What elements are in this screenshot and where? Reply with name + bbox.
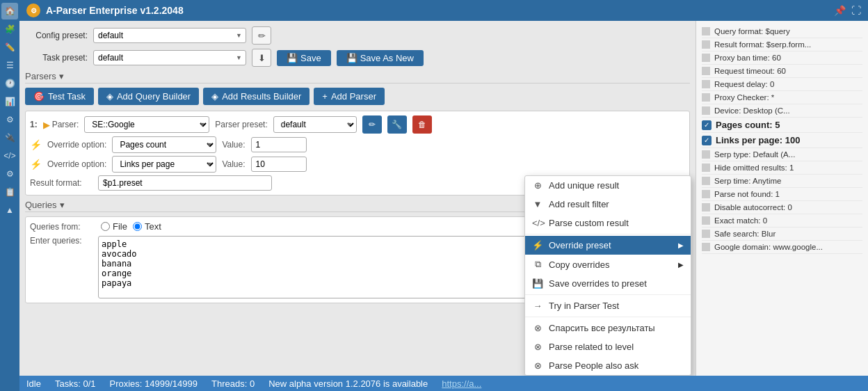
queries-arrow-icon: ▾	[60, 200, 65, 210]
sidebar-gear-icon[interactable]: ⚙	[1, 111, 18, 128]
queries-file-radio[interactable]	[101, 222, 110, 231]
menu-parse-related-level[interactable]: ⊗ Parse related to level	[525, 337, 691, 356]
sidebar-list-icon[interactable]: 📋	[1, 184, 18, 200]
save-new-icon: 💾	[346, 53, 357, 63]
right-item-check-8[interactable]: ✓	[702, 120, 712, 130]
parser-wrench-button[interactable]: 🔧	[387, 115, 407, 134]
right-item-google-domain: Google domain: www.google...	[702, 241, 862, 254]
save-button[interactable]: 💾 Save	[277, 50, 331, 66]
task-download-button[interactable]: ⬇	[252, 49, 271, 67]
status-update-link[interactable]: https://a...	[442, 378, 481, 389]
queries-from-label: Queries from:	[30, 222, 93, 232]
parser-select-wrapper: SE::Google	[84, 116, 209, 133]
config-edit-button[interactable]: ✏	[252, 26, 271, 45]
right-item-square-15	[702, 216, 710, 225]
config-preset-select[interactable]: default	[93, 28, 246, 43]
parser-number: 1:	[30, 120, 38, 129]
override-row-2: ⚡ Override option: Links per page Value:	[30, 156, 685, 173]
right-item-exact-match: Exact match: 0	[702, 214, 862, 228]
right-item-result-format: Result format: $serp.form...	[702, 38, 862, 51]
test-task-button[interactable]: 🎯 Test Task	[25, 88, 94, 105]
menu-try-parser-test[interactable]: → Try in Parser Test	[525, 296, 691, 315]
override-lightning-icon-2: ⚡	[30, 159, 42, 170]
override-select-2[interactable]: Links per page	[112, 156, 216, 173]
parser-triangle-icon: ▶	[43, 120, 50, 130]
maximize-icon[interactable]: ⛶	[851, 5, 861, 16]
task-preset-row: Task preset: default ⬇ 💾 Save 💾 Save As …	[25, 49, 690, 67]
menu-add-result-filter[interactable]: ▼ Add result filter	[525, 195, 691, 214]
queries-file-option[interactable]: File	[101, 221, 127, 232]
right-item-device: Device: Desktop (C...	[702, 104, 862, 118]
menu-add-unique-result[interactable]: ⊕ Add unique result	[525, 176, 691, 195]
queries-text-radio[interactable]	[133, 222, 142, 231]
menu-parse-custom-result[interactable]: </> Parse custom result	[525, 214, 691, 232]
sidebar-edit-icon[interactable]: ✏️	[1, 39, 18, 56]
pin-icon[interactable]: 📌	[834, 5, 846, 16]
right-item-square-11	[702, 163, 710, 172]
sidebar-plugin-icon[interactable]: 🔌	[1, 129, 18, 146]
value-input-1[interactable]	[251, 137, 307, 152]
right-item-square-3	[702, 54, 710, 62]
override-select-wrapper-1: Pages count	[112, 136, 216, 153]
enter-queries-label: Enter queries:	[30, 236, 93, 246]
right-item-safe-search: Safe search: Blur	[702, 228, 862, 241]
status-idle: Idle	[26, 378, 41, 389]
sidebar-expand-icon[interactable]: ▲	[1, 202, 18, 218]
parser-preset-label: Parser preset:	[215, 120, 267, 129]
right-item-square-6	[702, 93, 710, 102]
copy-overrides-icon: ⧉	[532, 259, 543, 270]
override-select-1[interactable]: Pages count	[112, 136, 216, 153]
add-query-builder-button[interactable]: ◈ Add Query Builder	[98, 88, 199, 105]
right-item-text-13: Parse not found: 1	[714, 190, 780, 198]
queries-text-option[interactable]: Text	[133, 221, 161, 232]
add-parser-button[interactable]: + Add Parser	[314, 88, 385, 105]
right-item-parse-not-found: Parse not found: 1	[702, 188, 862, 201]
parser-preset-select[interactable]: default	[273, 116, 357, 133]
right-item-text-9: Links per page: 100	[716, 135, 800, 145]
add-results-builder-button[interactable]: ◈ Add Results Builder	[203, 88, 310, 105]
test-icon: 🎯	[33, 91, 45, 102]
right-item-hide-omitted: Hide omitted results: 1	[702, 161, 862, 175]
parser-delete-button[interactable]: 🗑	[412, 115, 432, 134]
right-item-pages-count: ✓ Pages count: 5	[702, 118, 862, 133]
right-item-text-5: Request delay: 0	[714, 80, 774, 88]
action-buttons-row: 🎯 Test Task ◈ Add Query Builder ◈ Add Re…	[25, 88, 690, 105]
right-item-square-1	[702, 27, 710, 35]
menu-copy-overrides[interactable]: ⧉ Copy overrides ▶	[525, 255, 691, 274]
save-as-new-button[interactable]: 💾 Save As New	[337, 50, 424, 66]
menu-divider-1	[525, 234, 691, 234]
parser-select[interactable]: SE::Google	[84, 116, 209, 133]
queries-radio-group: File Text	[101, 221, 161, 232]
parsers-arrow-icon: ▾	[59, 71, 64, 81]
main-area: ⚙ A-Parser Enterprise v1.2.2048 📌 ⛶ Conf…	[19, 0, 868, 391]
sidebar-menu-icon[interactable]: ☰	[1, 57, 18, 74]
task-preset-select[interactable]: default	[93, 50, 246, 65]
sidebar-puzzle-icon[interactable]: 🧩	[1, 21, 18, 38]
right-item-check-9[interactable]: ✓	[702, 136, 712, 145]
status-update-text: New alpha version 1.2.2076 is available	[268, 378, 428, 389]
right-item-square-17	[702, 243, 710, 251]
sidebar-chart-icon[interactable]: 📊	[1, 93, 18, 110]
query-builder-icon: ◈	[106, 91, 113, 102]
right-item-text-1: Query format: $query	[714, 27, 790, 35]
value-input-2[interactable]	[251, 157, 307, 172]
result-format-input[interactable]	[98, 175, 272, 191]
config-preset-row: Config preset: default ✏	[25, 26, 690, 45]
sidebar-clock-icon[interactable]: 🕐	[1, 75, 18, 92]
right-item-text-6: Proxy Checker: *	[714, 93, 774, 102]
override-option-label-1: Override option:	[47, 140, 106, 150]
menu-parse-people-also-ask[interactable]: ⊗ Parse People also ask	[525, 356, 691, 375]
menu-override-preset[interactable]: ⚡ Override preset ▶	[525, 236, 691, 255]
parser-edit-button[interactable]: ✏	[362, 115, 382, 134]
right-item-square-4	[702, 67, 710, 75]
sidebar-home-icon[interactable]: 🏠	[1, 3, 18, 19]
right-item-request-delay: Request delay: 0	[702, 78, 862, 91]
menu-save-overrides[interactable]: 💾 Save overrides to preset	[525, 274, 691, 293]
config-preset-label: Config preset:	[25, 31, 88, 40]
right-item-text-3: Proxy ban time: 60	[714, 54, 781, 62]
menu-divider-3	[525, 317, 691, 317]
menu-parse-all-results[interactable]: ⊗ Спарсить все результаты	[525, 319, 691, 337]
content-wrapper: Config preset: default ✏ Task preset: de…	[19, 21, 868, 376]
sidebar-code-icon[interactable]: </>	[1, 147, 18, 164]
sidebar-settings-icon[interactable]: ⚙	[1, 166, 18, 182]
